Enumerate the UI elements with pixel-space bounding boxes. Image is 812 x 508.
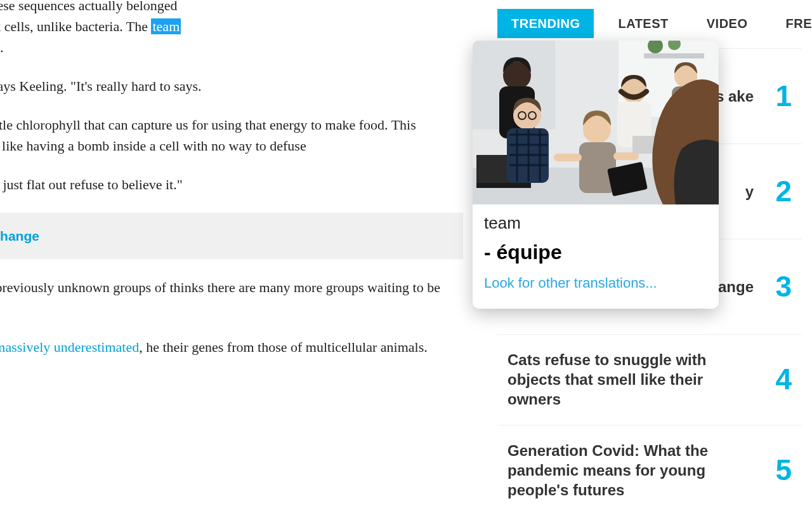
text: -celled organisms with complex cells, un… (0, 18, 151, 34)
trending-number: 4 (766, 358, 792, 401)
tab-free[interactable]: FREE (772, 9, 813, 38)
list-item[interactable]: Generation Covid: What the pandemic mean… (497, 425, 802, 508)
related-box: n water could beat climate change (0, 213, 463, 259)
popup-other-translations-link[interactable]: Look for other translations... (484, 275, 657, 291)
paragraph: d his colleagues realised that these seq… (0, 0, 463, 58)
trending-number: 3 (766, 265, 792, 309)
trending-title: Cats refuse to snuggle with objects that… (508, 350, 754, 410)
related-link[interactable]: n water could beat climate change (0, 229, 39, 243)
translation-popup: team - équipe Look for other translation… (473, 41, 719, 309)
tab-latest[interactable]: LATEST (604, 9, 682, 38)
text: organisms, dubbed corallicolids. (0, 39, 4, 55)
list-item[interactable]: Cats refuse to snuggle with objects that… (497, 334, 802, 425)
svg-rect-3 (644, 53, 704, 58)
popup-translation: - équipe (484, 237, 707, 267)
inline-link[interactable]: is massively underestimated (0, 339, 139, 355)
paragraph: ing it is," he says. "Biochemists just f… (0, 174, 463, 195)
paragraph: are almost certainly parasites, says Kee… (0, 76, 463, 97)
tabs: TRENDING LATEST VIDEO FREE (497, 9, 802, 38)
svg-rect-8 (476, 183, 531, 188)
paragraph: corallicolids are just one of 10 previou… (0, 277, 463, 319)
paragraph: orallicolids appear to make a little chl… (0, 114, 463, 156)
text: , he their genes from those of multicell… (139, 339, 428, 355)
trending-number: 5 (766, 448, 792, 492)
trending-title: Generation Covid: What the pandemic mean… (508, 441, 754, 500)
popup-body: team - équipe Look for other translation… (473, 204, 719, 309)
trending-number: 2 (766, 170, 792, 213)
tab-video[interactable]: VIDEO (693, 9, 762, 38)
text: d his colleagues realised that these seq… (0, 0, 178, 13)
article-body: d his colleagues realised that these seq… (0, 0, 476, 396)
popup-image (473, 41, 719, 204)
popup-word: team (484, 211, 707, 236)
highlighted-word[interactable]: team (151, 18, 181, 34)
svg-rect-24 (554, 154, 582, 161)
paragraph: bes such as the corallicolids is massive… (0, 337, 463, 358)
svg-rect-23 (579, 142, 616, 193)
tab-trending[interactable]: TRENDING (497, 9, 594, 38)
trending-number: 1 (766, 74, 792, 118)
